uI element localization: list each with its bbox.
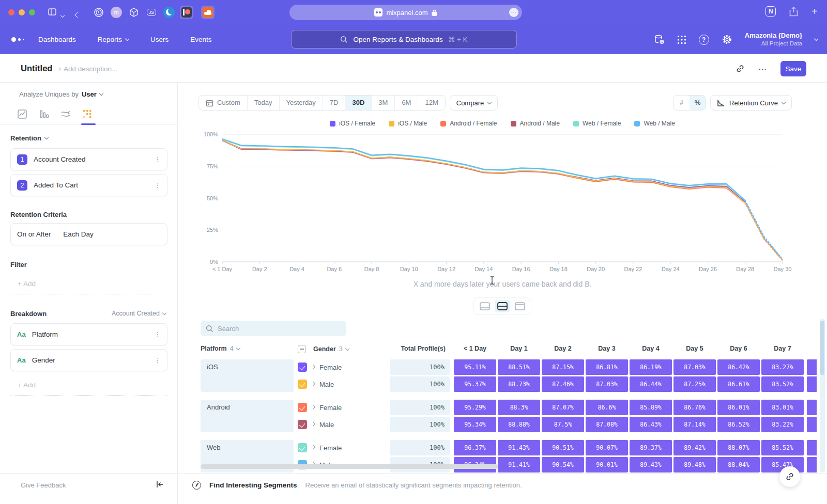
notion-tab-icon[interactable]: N <box>765 6 776 17</box>
add-description-button[interactable]: + Add description... <box>58 65 117 73</box>
extension-patreon-icon[interactable] <box>180 6 193 19</box>
expand-chevron-icon[interactable] <box>311 381 315 385</box>
unit-percent-toggle[interactable]: % <box>690 96 706 110</box>
day-header[interactable]: Day 3 <box>586 345 628 352</box>
minimize-window-button[interactable] <box>19 9 25 15</box>
day-header[interactable]: Day 6 <box>717 345 760 352</box>
extension-soundcloud-icon[interactable] <box>201 6 215 19</box>
save-button[interactable]: Save <box>780 61 806 76</box>
day-header[interactable]: Day 7 <box>761 345 804 352</box>
series-checkbox[interactable] <box>298 380 307 389</box>
platform-column-dropdown[interactable]: Platform4 <box>201 345 240 352</box>
day-header[interactable]: Day 2 <box>542 345 584 352</box>
settings-gear-icon[interactable] <box>722 34 732 45</box>
vertical-scrollbar[interactable] <box>820 319 825 472</box>
project-switcher[interactable]: Amazonia {Demo} All Project Data <box>745 32 802 48</box>
day-header[interactable]: Day 5 <box>673 345 716 352</box>
criteria-each-day[interactable]: Each Day <box>63 230 94 238</box>
kebab-menu-icon[interactable]: ⋮ <box>154 356 161 364</box>
new-tab-plus-icon[interactable]: + <box>811 6 818 17</box>
chart-type-dropdown[interactable]: Retention Curve <box>710 95 792 111</box>
horizontal-scrollbar[interactable] <box>201 464 827 469</box>
expand-chevron-icon[interactable] <box>311 421 315 426</box>
nav-link-dashboards[interactable]: Dashboards <box>38 36 76 43</box>
breakdown-add-button[interactable]: + Add <box>10 375 167 396</box>
retention-step-2[interactable]: 2Added To Cart⋮ <box>10 174 167 196</box>
gender-select-all-checkbox[interactable] <box>298 345 306 353</box>
zoom-window-button[interactable] <box>29 9 35 15</box>
layout-split-button[interactable] <box>495 300 510 312</box>
nav-link-users[interactable]: Users <box>150 36 169 43</box>
filter-add-button[interactable]: + Add <box>10 274 167 294</box>
expand-chevron-icon[interactable] <box>311 404 315 408</box>
gender-column-dropdown[interactable]: Gender3 <box>298 345 349 353</box>
extension-onepassword-icon[interactable] <box>92 6 105 19</box>
nav-link-reports[interactable]: Reports <box>98 36 129 43</box>
legend-item[interactable]: iOS / Male <box>389 120 427 127</box>
analyze-uniques-value[interactable]: User <box>82 90 97 98</box>
chevron-down-icon[interactable] <box>61 10 64 19</box>
tab-funnels[interactable] <box>37 107 51 121</box>
range-custom[interactable]: Custom <box>199 96 248 110</box>
apps-grid-icon[interactable] <box>677 35 686 44</box>
legend-item[interactable]: Android / Male <box>511 120 560 127</box>
tab-insights[interactable] <box>16 107 29 121</box>
range-30d[interactable]: 30D <box>345 96 372 110</box>
day-header[interactable]: < 1 Day <box>454 345 496 352</box>
data-management-icon[interactable] <box>654 34 665 45</box>
report-title[interactable]: Untitled <box>21 64 52 73</box>
retention-step-1[interactable]: 1Account Created⋮ <box>10 148 167 170</box>
close-window-button[interactable] <box>8 9 14 15</box>
share-link-floating-button[interactable] <box>779 466 800 487</box>
breakdown-platform[interactable]: AaPlatform⋮ <box>10 323 167 345</box>
extension-bird-icon[interactable] <box>162 6 176 19</box>
range-today[interactable]: Today <box>248 96 280 110</box>
layout-chart-only-button[interactable] <box>477 300 493 312</box>
site-options-icon[interactable]: ⋯ <box>509 8 518 17</box>
breakdown-scope-dropdown[interactable]: Account Created <box>112 310 166 317</box>
table-search[interactable] <box>201 321 346 336</box>
browser-sidebar-icon[interactable] <box>48 7 57 17</box>
series-checkbox[interactable] <box>298 363 307 372</box>
kebab-menu-icon[interactable]: ⋮ <box>154 181 161 189</box>
more-options-icon[interactable]: ⋯ <box>758 64 767 74</box>
table-search-input[interactable] <box>218 325 321 333</box>
day-header[interactable]: Day 1 <box>498 345 540 352</box>
back-icon[interactable] <box>75 10 80 19</box>
series-checkbox[interactable] <box>298 403 307 412</box>
criteria-on-or-after[interactable]: On or After <box>17 230 51 238</box>
global-search[interactable]: Open Reports & Dashboards ⌘ + K <box>291 30 517 49</box>
range-12m[interactable]: 12M <box>418 96 445 110</box>
range-7d[interactable]: 7D <box>323 96 346 110</box>
compare-button[interactable]: Compare <box>450 95 498 111</box>
extension-js-icon[interactable]: JS <box>145 6 158 19</box>
range-6m[interactable]: 6M <box>395 96 418 110</box>
find-segments-title[interactable]: Find Interesting Segments <box>209 481 297 489</box>
range-yesterday[interactable]: Yesterday <box>280 96 323 110</box>
kebab-menu-icon[interactable]: ⋮ <box>154 330 161 338</box>
layout-table-only-button[interactable] <box>512 300 528 312</box>
legend-item[interactable]: iOS / Female <box>330 120 375 127</box>
expand-chevron-icon[interactable] <box>311 364 315 368</box>
series-checkbox[interactable] <box>298 443 307 452</box>
tab-flows[interactable] <box>59 107 72 121</box>
extension-cube-icon[interactable] <box>127 6 141 19</box>
legend-item[interactable]: Android / Female <box>440 120 497 127</box>
legend-item[interactable]: Web / Male <box>634 120 675 127</box>
unit-number-toggle[interactable]: # <box>673 96 690 110</box>
range-3m[interactable]: 3M <box>372 96 395 110</box>
series-checkbox[interactable] <box>298 420 307 429</box>
address-bar[interactable]: mixpanel.com ⋯ <box>289 5 522 20</box>
expand-chevron-icon[interactable] <box>311 445 315 449</box>
legend-item[interactable]: Web / Female <box>573 120 621 127</box>
give-feedback-link[interactable]: Give Feedback <box>21 481 66 489</box>
collapse-sidebar-icon[interactable] <box>155 480 164 489</box>
retention-section-header[interactable]: Retention <box>10 134 48 142</box>
nav-link-events[interactable]: Events <box>190 36 211 43</box>
share-icon[interactable] <box>789 7 798 17</box>
tab-retention[interactable] <box>81 107 94 121</box>
help-icon[interactable]: ? <box>699 35 709 45</box>
breakdown-gender[interactable]: AaGender⋮ <box>10 349 167 371</box>
retention-criteria-card[interactable]: On or After Each Day <box>10 223 167 245</box>
day-header[interactable]: Day 4 <box>630 345 672 352</box>
